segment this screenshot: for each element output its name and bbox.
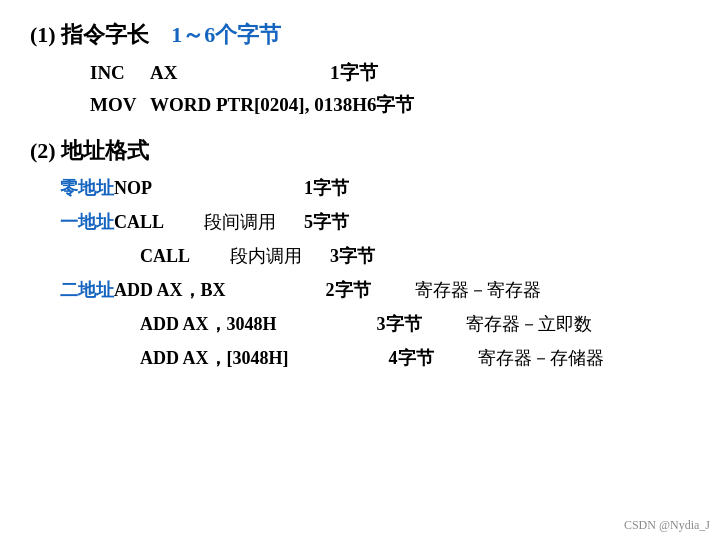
section1-operand-1: WORD PTR[0204], 0138H	[150, 94, 367, 116]
section1-title-highlight: 1～6个字节	[171, 22, 281, 47]
addr-bytes-2-0: 2字节	[326, 278, 406, 302]
addr-instr-2-2: ADD AX，[3048H]	[140, 346, 289, 370]
addr-content-0: NOP 1字节	[114, 176, 692, 200]
section1: (1) 指令字长 1～6个字节 INC AX 1字节 MOV WORD PTR[…	[30, 20, 692, 118]
addr-group-1: 一地址 CALL 段间调用 5字节	[30, 210, 692, 234]
addr-subrow-1-1: CALL 段内调用 3字节	[30, 244, 692, 268]
addr-bytes-2-1: 3字节	[377, 312, 457, 336]
addr-instr-2-1: ADD AX，3048H	[140, 312, 277, 336]
section2-title: (2) 地址格式	[30, 136, 692, 166]
addr-note-2-2: 寄存器－存储器	[469, 346, 604, 370]
addr-bytes-1-1: 3字节	[330, 244, 410, 268]
addr-subrow-2-1: ADD AX，3048H 3字节 寄存器－立即数	[30, 312, 692, 336]
section1-instr-0: INC	[90, 62, 150, 84]
addr-label-0: 零地址	[30, 176, 114, 200]
addr-instr-1-0: CALL	[114, 212, 204, 233]
watermark: CSDN @Nydia_J	[624, 518, 710, 533]
section1-bytes-1: 6字节	[367, 92, 415, 118]
addr-bytes-2-2: 4字节	[389, 346, 469, 370]
section1-bytes-0: 1字节	[330, 60, 378, 86]
addr-desc-1-0: 段间调用	[204, 210, 304, 234]
addr-content-1-0: CALL 段间调用 5字节	[114, 210, 692, 234]
addr-label-1: 一地址	[30, 210, 114, 234]
section1-instr-1: MOV	[90, 94, 150, 116]
addr-instr-1-1: CALL	[140, 246, 230, 267]
addr-bytes-0-0: 1字节	[304, 176, 384, 200]
addr-group-0: 零地址 NOP 1字节	[30, 176, 692, 200]
addr-bytes-1-0: 5字节	[304, 210, 384, 234]
addr-label-2: 二地址	[30, 278, 114, 302]
section2: (2) 地址格式 零地址 NOP 1字节 一地址 CALL 段间调用 5字节 C…	[30, 136, 692, 370]
section1-row-0: INC AX 1字节	[30, 60, 692, 86]
section1-row-1: MOV WORD PTR[0204], 0138H 6字节	[30, 92, 692, 118]
addr-desc-1-1: 段内调用	[230, 244, 330, 268]
addr-content-2-0: ADD AX，BX 2字节 寄存器－寄存器	[114, 278, 692, 302]
addr-note-2-0: 寄存器－寄存器	[406, 278, 541, 302]
section1-title-prefix: (1) 指令字长	[30, 22, 149, 47]
addr-instr-2-0: ADD AX，BX	[114, 278, 226, 302]
section1-title: (1) 指令字长 1～6个字节	[30, 20, 692, 50]
addr-subrow-2-2: ADD AX，[3048H] 4字节 寄存器－存储器	[30, 346, 692, 370]
addr-group-2: 二地址 ADD AX，BX 2字节 寄存器－寄存器	[30, 278, 692, 302]
section1-operand-0: AX	[150, 62, 330, 84]
addr-instr-0-0: NOP	[114, 178, 204, 199]
addr-note-2-1: 寄存器－立即数	[457, 312, 592, 336]
